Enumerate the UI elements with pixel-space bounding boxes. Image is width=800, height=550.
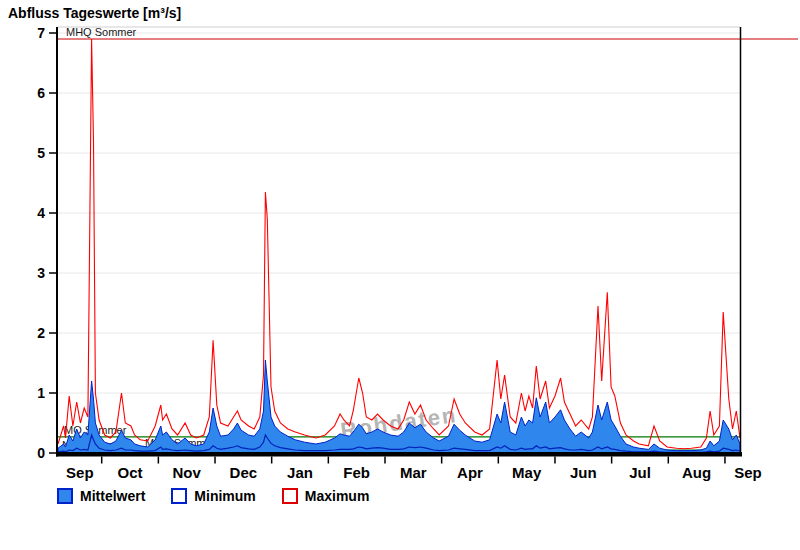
legend-label: Mittelwert (80, 488, 145, 504)
chart-window: Abfluss Tageswerte [m³/s] RohdatenRohdat… (0, 0, 800, 550)
chart-legend: Mittelwert Minimum Maximum (57, 488, 369, 504)
y-tick-label: 5 (37, 145, 45, 161)
y-tick-label: 0 (37, 445, 45, 461)
y-tick-label: 2 (37, 325, 45, 341)
x-month-label: Sep (66, 464, 94, 481)
legend-item-minimum: Minimum (171, 488, 255, 504)
x-month-label: Apr (457, 464, 483, 481)
maximum-swatch-icon (282, 488, 298, 504)
legend-item-mittelwert: Mittelwert (57, 488, 145, 504)
mittelwert-swatch-icon (57, 488, 73, 504)
x-month-label: Jul (629, 464, 651, 481)
series-maximum-line (58, 39, 740, 449)
x-month-label: Mar (400, 464, 427, 481)
y-tick-label: 4 (37, 205, 45, 221)
x-axis (56, 452, 742, 457)
y-tick-label: 7 (37, 25, 45, 41)
legend-item-maximum: Maximum (282, 488, 370, 504)
y-tick-label: 6 (37, 85, 45, 101)
legend-label: Maximum (305, 488, 370, 504)
x-month-label: Jan (287, 464, 313, 481)
x-month-label: Nov (173, 464, 202, 481)
discharge-chart: RohdatenRohdatenMHQ SommerMQ SommerMNQ S… (0, 0, 800, 484)
legend-label: Minimum (194, 488, 255, 504)
x-month-label: Aug (682, 464, 711, 481)
x-month-label: May (512, 464, 542, 481)
minimum-swatch-icon (171, 488, 187, 504)
x-month-label: Feb (343, 464, 370, 481)
y-tick-label: 1 (37, 385, 45, 401)
x-month-label: Oct (118, 464, 143, 481)
refline-label: MHQ Sommer (66, 26, 137, 38)
x-month-label: Dec (230, 464, 258, 481)
y-tick-label: 3 (37, 265, 45, 281)
x-month-label: Jun (570, 464, 597, 481)
x-month-label: Sep (734, 464, 762, 481)
